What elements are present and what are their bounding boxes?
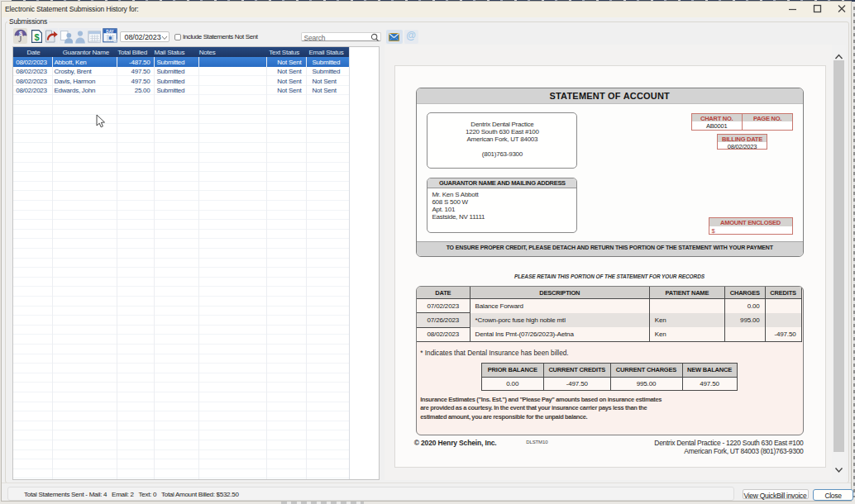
svg-text:$: $ <box>34 32 39 42</box>
svg-text:DAY: DAY <box>106 30 113 34</box>
